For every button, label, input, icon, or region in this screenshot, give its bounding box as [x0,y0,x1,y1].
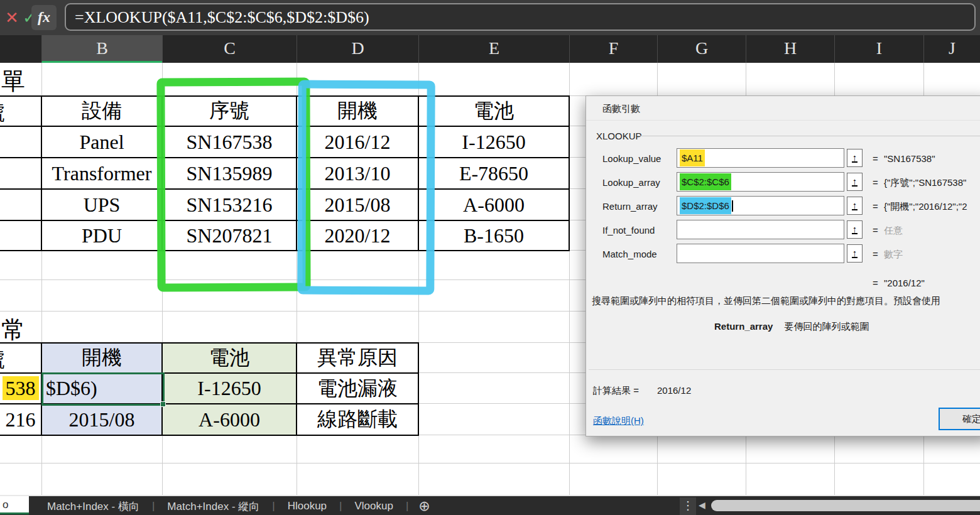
equals-sign: = [873,201,878,212]
equals-sign: = [873,177,878,188]
cell[interactable]: Transformer [41,158,162,189]
sheet-tab-match-index-v[interactable]: Match+Index - 縱向 [155,499,272,514]
input-match-mode[interactable] [677,244,844,263]
cell[interactable] [0,189,41,220]
cell[interactable]: I-12650 [418,126,569,158]
cell[interactable]: 2015/08 [41,404,162,435]
cell-a1[interactable] [0,96,41,126]
column-header-e[interactable]: E [418,35,569,63]
sheet-title-partial: 單 [1,65,25,97]
collapse-dialog-icon: ↑ [852,225,858,234]
result-match-mode: 數字 [884,249,903,261]
green-marker-annotation [156,78,310,292]
input-lookup-value[interactable]: $A11 [677,148,844,168]
cell[interactable] [0,220,41,251]
sheet-tab-hlookup[interactable]: Hlookup [275,500,339,512]
horizontal-scrollbar-thumb[interactable] [711,500,980,511]
cell[interactable]: A-6000 [418,189,569,220]
dialog-title: 函數引數 [602,103,640,115]
header-battery[interactable]: 電池 [418,96,569,126]
insert-function-icon[interactable]: fx [31,5,57,30]
argument-help: Return_array要傳回的陣列或範圍 [714,321,869,333]
header2-reason[interactable]: 異常原因 [297,343,418,373]
new-sheet-icon[interactable]: ⊕ [408,498,440,514]
formula-result-inline: "2016/12" [884,278,925,288]
range-select-button[interactable]: ↑ [847,220,863,239]
function-help-link[interactable]: 函數說明(H) [593,415,644,427]
sheet-tab-vlookup[interactable]: Vlookup [342,500,405,512]
tab-scroll-handle-icon[interactable]: ⋮ [680,497,696,515]
active-sheet-tab-partial[interactable]: o [0,496,29,514]
label-lookup-value: Lookup_value [602,153,661,164]
header2-boot[interactable]: 開機 [41,343,162,373]
header2-battery[interactable]: 電池 [162,343,297,373]
cell[interactable]: B-1650 [418,220,569,251]
lookup-value-highlight: 538 [3,376,39,400]
cell-a12-partial[interactable]: 216 [0,404,41,435]
formula-bar: ✕ ✓ fx =XLOOKUP($A11,$C$2:$C$6,$D$2:$D$6… [0,0,980,35]
result-lookup-value: "SN167538" [884,153,935,164]
cell[interactable]: A-6000 [162,404,297,435]
cell[interactable]: 電池漏液 [297,373,418,404]
range-select-button[interactable]: ↑ [847,244,863,263]
column-header-h[interactable]: H [746,35,834,63]
column-header-j[interactable]: J [923,35,980,63]
range-select-button[interactable]: ↑ [847,197,863,215]
divider [589,369,980,370]
column-header-g[interactable]: G [657,35,746,63]
blue-marker-annotation [297,80,435,295]
label-lookup-array: Lookup_array [602,177,660,188]
group-line [638,136,980,136]
equals-sign: = [873,278,878,288]
text-caret [732,200,733,212]
cell[interactable]: E-78650 [418,158,569,189]
formula-input[interactable]: =XLOOKUP($A11,$C$2:$C$6,$D$2:$D$6) [65,3,976,31]
result-lookup-array: {"序號";"SN167538" [884,177,966,189]
collapse-dialog-icon: ↑ [852,177,858,187]
cell[interactable]: UPS [41,189,162,220]
cell[interactable]: PDU [41,220,162,251]
input-if-not-found[interactable] [677,220,844,239]
column-header-b[interactable]: B [41,35,162,63]
cell[interactable]: 線路斷載 [297,404,418,435]
dialog-titlebar[interactable]: 函數引數 [586,96,980,121]
scroll-left-icon[interactable]: ◀ [699,500,705,510]
function-name-label: XLOOKUP [596,131,642,141]
cell[interactable] [0,343,41,373]
result-if-not-found: 任意 [884,225,903,237]
input-lookup-array[interactable]: $C$2:$C$6 [677,172,844,192]
calc-result-label: 計算結果 = [593,385,639,397]
input-return-array[interactable]: $D$2:$D$6 [677,196,844,215]
active-cell-selection-border [41,372,165,406]
collapse-dialog-icon: ↑ [852,153,858,163]
section-title-partial: 常 [1,314,25,346]
equals-sign: = [873,153,878,164]
function-arguments-dialog: 函數引數 XLOOKUP Lookup_value $A11 ↑ = "SN16… [585,95,980,436]
result-return-array: {"開機";"2016/12";"2 [884,201,967,213]
label-return-array: Return_array [602,201,658,212]
cell[interactable]: Panel [41,126,162,158]
header-device[interactable]: 設備 [41,96,162,126]
function-description: 搜尋範圍或陣列中的相符項目，並傳回第二個範圍或陣列中的對應項目。預設會使用 [592,295,980,307]
column-header-f[interactable]: F [569,35,657,63]
cell[interactable]: I-12650 [162,373,297,404]
column-header-i[interactable]: I [834,35,923,63]
column-header-c[interactable]: C [162,35,297,63]
range-select-button[interactable]: ↑ [847,173,863,191]
fill-handle[interactable] [160,401,166,407]
equals-sign: = [873,225,878,236]
column-headers: B C D E F G H I J [0,35,980,63]
calc-result-value: 2016/12 [657,385,691,396]
ok-button[interactable]: 確定 [939,408,980,430]
collapse-dialog-icon: ↑ [852,201,858,210]
cell[interactable] [0,158,41,189]
cell[interactable] [0,126,41,158]
cell-a11-partial[interactable]: 538 [0,373,41,404]
label-match-mode: Match_mode [602,249,657,259]
range-select-button[interactable]: ↑ [847,149,863,167]
sheet-tab-match-index-h[interactable]: Match+Index - 橫向 [35,499,152,514]
equals-sign: = [873,249,878,259]
sheet-tab-bar: o Match+Index - 橫向 | Match+Index - 縱向 | … [0,495,980,515]
column-header-d[interactable]: D [297,35,418,63]
label-if-not-found: If_not_found [602,225,655,236]
